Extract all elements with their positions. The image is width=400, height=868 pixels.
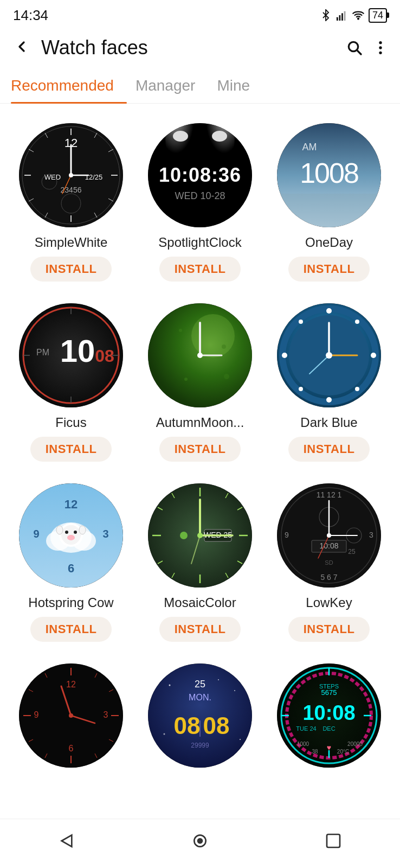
svg-point-4: [358, 18, 359, 20]
watch-item-hotspringcow: 12 9 3 6 Hotspring Cow: [7, 475, 136, 655]
watch-item-red: 12 3 6 9 Red: [7, 655, 136, 810]
more-options-icon[interactable]: [372, 39, 389, 56]
install-button-mosaiccolor[interactable]: INSTALL: [159, 617, 241, 642]
svg-text:WED  10-28: WED 10-28: [175, 190, 225, 201]
svg-point-90: [74, 531, 77, 534]
watch-item-neon: STEPS 5675 10:08 TUE 24 DEC 1000 ♥ 20000…: [264, 655, 393, 810]
watch-name-simplewhite: SimpleWhite: [35, 235, 108, 250]
install-button-ficus[interactable]: INSTALL: [30, 437, 112, 462]
tabs: Recommended Manager Mine: [0, 67, 400, 104]
svg-text:12: 12: [64, 497, 78, 511]
nav-recent-button[interactable]: [312, 826, 355, 856]
svg-text:20°C: 20°C: [337, 749, 349, 755]
svg-text:1008: 1008: [300, 157, 358, 189]
status-icons: 74: [320, 8, 387, 23]
svg-point-60: [179, 329, 182, 332]
watch-name-oneday: OneDay: [305, 235, 353, 250]
watch-face-darkblue[interactable]: [277, 303, 381, 407]
svg-text:5 6 7: 5 6 7: [320, 573, 337, 582]
header: Watch faces: [0, 28, 400, 67]
install-button-hotspringcow[interactable]: INSTALL: [30, 617, 112, 642]
svg-point-7: [379, 41, 382, 44]
svg-point-71: [299, 387, 303, 391]
svg-text:WED: WED: [44, 173, 61, 181]
svg-point-181: [198, 839, 202, 843]
back-button[interactable]: [7, 34, 37, 62]
svg-point-37: [173, 131, 188, 142]
svg-point-73: [299, 320, 303, 324]
watch-face-lowkey[interactable]: 11 12 1 3 9 5 6 7 10:08 25 SD: [277, 483, 381, 588]
svg-text:12/25: 12/25: [85, 173, 103, 181]
watch-item-lowkey: 11 12 1 3 9 5 6 7 10:08 25 SD: [264, 475, 393, 655]
battery-indicator: 74: [369, 8, 387, 23]
watch-face-red[interactable]: 12 3 6 9: [19, 663, 123, 768]
svg-text:38: 38: [312, 749, 318, 755]
header-actions: [346, 39, 389, 56]
page-title: Watch faces: [41, 36, 346, 59]
watch-face-simplewhite[interactable]: 12 23456 WED 12/25: [19, 123, 123, 227]
svg-text:TUE 24: TUE 24: [296, 725, 316, 732]
watch-face-spotlightclock[interactable]: 10:08:36 WED 10-28: [148, 123, 252, 227]
watch-name-autumnmoon: AutumnMoon...: [156, 415, 244, 430]
bluetooth-icon: [320, 9, 332, 21]
install-button-spotlightclock[interactable]: INSTALL: [159, 257, 241, 282]
watch-face-mosaiccolor[interactable]: WED 25: [148, 483, 252, 588]
watch-face-neon[interactable]: STEPS 5675 10:08 TUE 24 DEC 1000 ♥ 20000…: [277, 663, 381, 768]
svg-point-151: [169, 685, 171, 686]
install-button-oneday[interactable]: INSTALL: [288, 257, 370, 282]
nav-home-button[interactable]: [178, 826, 222, 856]
watch-item-spotlightclock: 10:08:36 WED 10-28 SpotlightClock INSTAL…: [136, 114, 264, 295]
nav-bar: [0, 819, 400, 862]
svg-text:29999: 29999: [191, 742, 209, 749]
watch-faces-grid: 12 23456 WED 12/25 SimpleWhite INSTALL: [0, 114, 400, 810]
svg-point-93: [79, 526, 86, 534]
svg-text:10:08:36: 10:08:36: [159, 164, 241, 186]
svg-text:20000: 20000: [347, 741, 363, 747]
svg-point-9: [379, 52, 382, 54]
svg-text:11 12 1: 11 12 1: [317, 490, 342, 499]
search-icon[interactable]: [346, 39, 363, 56]
svg-point-63: [224, 374, 229, 379]
svg-point-149: [69, 713, 73, 718]
watch-face-oneday[interactable]: AM 1008: [277, 123, 381, 227]
svg-point-113: [197, 533, 203, 538]
svg-text:6: 6: [69, 744, 74, 753]
watch-item-bluespace: 25 MON. 08 08 29999 BlueSpace: [136, 655, 264, 810]
svg-point-72: [282, 353, 287, 358]
svg-text:25: 25: [348, 548, 356, 556]
nav-back-button[interactable]: [45, 826, 88, 856]
watch-face-ficus[interactable]: PM 10 08: [19, 303, 123, 407]
watch-item-simplewhite: 12 23456 WED 12/25 SimpleWhite INSTALL: [7, 114, 136, 295]
svg-marker-179: [62, 835, 72, 846]
svg-text:3: 3: [104, 710, 108, 719]
watch-name-lowkey: LowKey: [306, 595, 352, 610]
svg-point-8: [379, 46, 382, 49]
svg-point-68: [371, 353, 376, 358]
watch-item-oneday: AM 1008 OneDay INSTALL: [264, 114, 393, 295]
watch-face-autumnmoon[interactable]: [148, 303, 252, 407]
tab-mine[interactable]: Mine: [217, 67, 263, 103]
svg-point-129: [327, 533, 331, 538]
install-button-darkblue[interactable]: INSTALL: [288, 437, 370, 462]
svg-rect-3: [344, 11, 346, 21]
install-button-lowkey[interactable]: INSTALL: [288, 617, 370, 642]
svg-text:23456: 23456: [61, 186, 82, 194]
svg-point-78: [326, 352, 332, 359]
svg-text:1000: 1000: [297, 741, 309, 747]
svg-text:9: 9: [285, 531, 289, 539]
svg-rect-182: [327, 834, 340, 847]
svg-text:♥: ♥: [327, 743, 331, 752]
svg-point-67: [355, 320, 359, 324]
svg-text:PM: PM: [36, 348, 49, 357]
svg-rect-2: [341, 13, 343, 21]
svg-text:MON.: MON.: [189, 693, 211, 702]
install-button-simplewhite[interactable]: INSTALL: [30, 257, 112, 282]
watch-face-hotspringcow[interactable]: 12 9 3 6: [19, 483, 123, 588]
install-button-autumnmoon[interactable]: INSTALL: [159, 437, 241, 462]
tab-recommended[interactable]: Recommended: [11, 67, 127, 103]
svg-point-154: [240, 739, 241, 740]
svg-point-31: [69, 173, 73, 177]
tab-manager[interactable]: Manager: [136, 67, 209, 103]
watch-face-bluespace[interactable]: 25 MON. 08 08 29999: [148, 663, 252, 768]
svg-text:SD: SD: [325, 559, 333, 566]
